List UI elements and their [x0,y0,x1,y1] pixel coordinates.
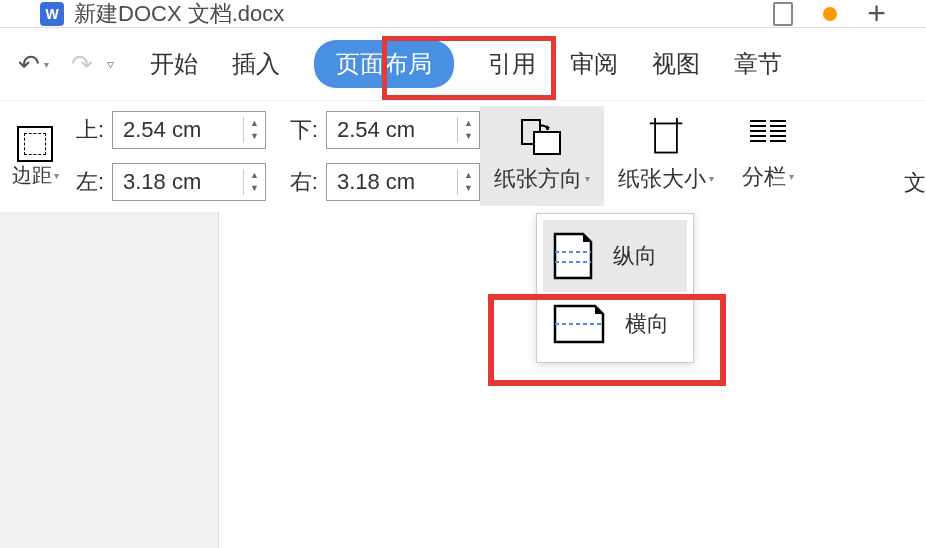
spinner-up-icon[interactable]: ▲ [458,169,479,182]
paper-size-button[interactable]: 纸张大小 ▾ [604,106,728,206]
margin-left-input[interactable]: ▲ ▼ [112,163,266,201]
margin-top-input[interactable]: ▲ ▼ [112,111,266,149]
margin-bottom-input[interactable]: ▲ ▼ [326,111,480,149]
document-icon: W [40,2,64,26]
orientation-dropdown: 纵向 横向 [536,213,694,363]
margin-bottom-field[interactable] [327,117,457,143]
margin-inputs: 上: ▲ ▼ 下: ▲ ▼ [70,107,480,205]
spinner-down-icon[interactable]: ▼ [244,130,265,143]
tab-start[interactable]: 开始 [150,48,198,80]
columns-icon [750,120,786,156]
canvas-gutter [0,212,218,548]
spinner-down-icon[interactable]: ▼ [458,130,479,143]
svg-rect-1 [534,132,560,154]
portrait-page-icon [551,230,595,282]
paper-size-icon [644,118,688,158]
spinner-up-icon[interactable]: ▲ [458,117,479,130]
ribbon: 边距 ▾ 上: ▲ ▼ 下: ▲ [0,100,926,210]
columns-label: 分栏 [742,162,786,192]
dropdown-item-portrait[interactable]: 纵向 [543,220,687,292]
undo-button[interactable]: ↶ ▾ [10,49,57,80]
tab-reference[interactable]: 引用 [488,48,536,80]
margin-right-input[interactable]: ▲ ▼ [326,163,480,201]
margin-top-field[interactable] [113,117,243,143]
toolbar: ↶ ▾ ↷ ▿ 开始 插入 页面布局 引用 审阅 视图 章节 [0,28,926,100]
margins-icon [17,126,53,162]
ribbon-tabs: 开始 插入 页面布局 引用 审阅 视图 章节 [120,40,782,88]
margin-bottom-label: 下: [284,115,318,145]
presentation-icon[interactable] [773,2,793,26]
dropdown-item-landscape[interactable]: 横向 [543,292,687,356]
margin-right-label: 右: [284,167,318,197]
margins-button[interactable]: 边距 ▾ [0,122,70,189]
margin-left-label: 左: [70,167,104,197]
tab-chapter[interactable]: 章节 [734,48,782,80]
tab-insert[interactable]: 插入 [232,48,280,80]
orientation-button[interactable]: 纸张方向 ▾ [480,106,604,206]
caret-down-icon: ▾ [585,173,590,184]
titlebar: W 新建DOCX 文档.docx + [0,0,926,28]
margin-top-label: 上: [70,115,104,145]
notification-dot-icon[interactable] [823,7,837,21]
paper-size-label: 纸张大小 [618,164,706,194]
caret-down-icon: ▾ [709,173,714,184]
caret-down-icon: ▾ [789,171,794,182]
columns-button[interactable]: 分栏 ▾ [728,106,808,206]
redo-icon: ↷ [71,49,93,80]
landscape-label: 横向 [625,309,669,339]
redo-button[interactable]: ↷ [63,49,101,80]
margin-right-field[interactable] [327,169,457,195]
undo-icon: ↶ [18,49,40,80]
landscape-page-icon [551,302,607,346]
spinner-up-icon[interactable]: ▲ [244,117,265,130]
orientation-icon [520,118,564,158]
spinner-down-icon[interactable]: ▼ [244,182,265,195]
orientation-label: 纸张方向 [494,164,582,194]
tab-view[interactable]: 视图 [652,48,700,80]
customize-toolbar-icon[interactable]: ▿ [107,56,114,72]
caret-down-icon: ▾ [54,170,59,181]
tab-review[interactable]: 审阅 [570,48,618,80]
document-title: 新建DOCX 文档.docx [74,0,284,29]
spinner-down-icon[interactable]: ▼ [458,182,479,195]
tab-page-layout[interactable]: 页面布局 [314,40,454,88]
caret-down-icon: ▾ [44,59,49,70]
new-tab-icon[interactable]: + [867,0,886,32]
text-direction-partial-label: 文 [904,168,926,198]
margin-left-field[interactable] [113,169,243,195]
margins-label: 边距 [12,162,52,189]
svg-rect-2 [655,123,677,152]
spinner-up-icon[interactable]: ▲ [244,169,265,182]
portrait-label: 纵向 [613,241,657,271]
